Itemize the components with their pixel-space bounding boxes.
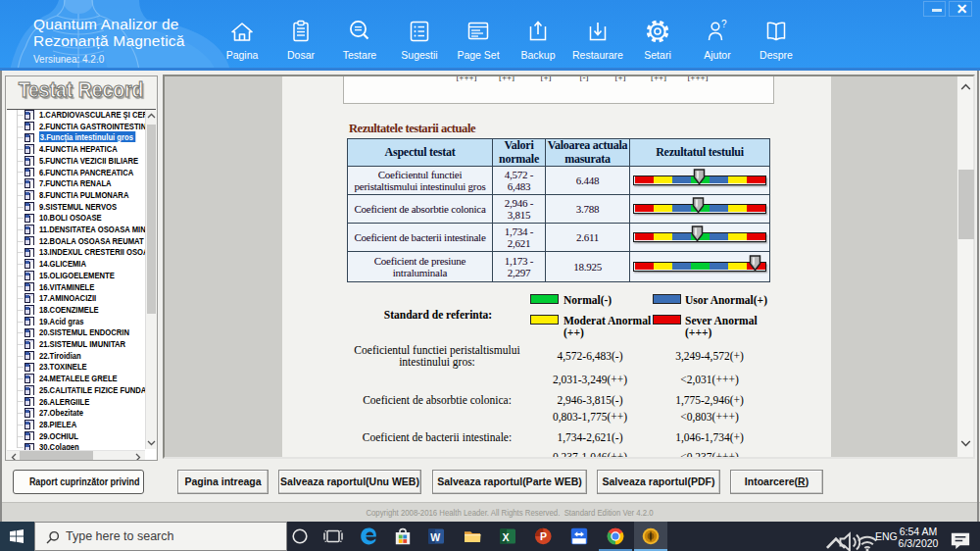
svg-text:X: X [503,531,510,543]
svg-text:P: P [540,530,547,542]
svg-text:?: ? [721,19,727,29]
svg-text:W: W [430,531,440,543]
